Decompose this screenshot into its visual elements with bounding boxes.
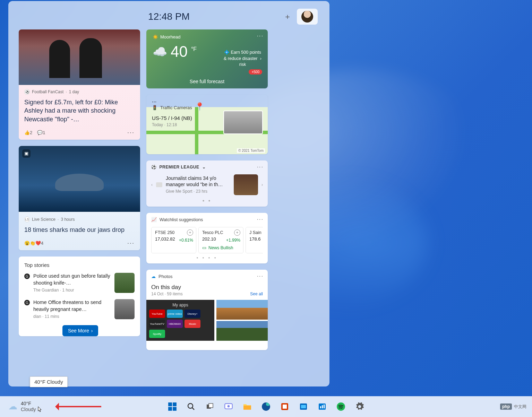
start-button[interactable] — [165, 399, 180, 414]
story-headline: Police used stun gun before fatally shoo… — [33, 273, 111, 286]
widget-more-button[interactable]: ··· — [152, 99, 262, 105]
search-button[interactable] — [183, 399, 199, 414]
file-explorer-button[interactable] — [240, 399, 255, 414]
weather-location: Moorhead — [160, 34, 181, 40]
widget-more-button[interactable]: ··· — [257, 164, 264, 170]
next-button[interactable]: › — [261, 182, 263, 187]
watchlist-item[interactable]: J Sain 178.6 — [246, 227, 263, 253]
svg-point-9 — [228, 405, 230, 408]
watchlist-widget[interactable]: ··· 📈Watchlist suggestions + FTSE 250 17… — [146, 213, 268, 263]
svg-rect-1 — [173, 402, 177, 406]
widgets-panel: 12:48 PM ＋ ⚽ Football FanCast · 1 day Si… — [8, 1, 329, 386]
news-card-1[interactable]: ⚽ Football FanCast · 1 day Signed for £5… — [19, 29, 140, 140]
watermark-brand: php — [500, 403, 512, 410]
taskbar: ☁ 40°F Cloudy — [0, 396, 532, 417]
task-view-button[interactable] — [202, 399, 217, 414]
source-age: 1 day — [69, 89, 79, 94]
taskbar-weather-cond: Cloudy — [21, 407, 36, 412]
source-icon: G — [24, 273, 30, 279]
see-forecast-link[interactable]: See full forecast — [146, 79, 268, 84]
sports-widget[interactable]: ··· ⚽ PREMIER LEAGUE ⌄ ‹ Journalist clai… — [146, 160, 268, 207]
comment-button[interactable]: 💬1 — [37, 130, 45, 135]
photos-widget[interactable]: ··· ☁Photos On this day 14 Oct · 59 item… — [146, 270, 268, 350]
taskbar-weather-button[interactable]: ☁ 40°F Cloudy — [8, 401, 42, 413]
taskbar-watermark: php 中文网 — [500, 403, 526, 410]
avatar-icon — [301, 11, 313, 23]
chevron-down-icon[interactable]: ⌄ — [202, 165, 206, 170]
carousel-dots[interactable]: ● ● ● ● — [151, 256, 263, 259]
gallery-icon: ▣ — [22, 149, 31, 158]
carousel-dots[interactable]: ● ● — [151, 199, 263, 202]
story-thumb — [114, 299, 135, 319]
widget-more-button[interactable]: ··· — [257, 273, 264, 279]
photo-thumb[interactable] — [216, 300, 268, 320]
source-icon: LS — [24, 217, 30, 222]
add-stock-button[interactable]: + — [234, 229, 240, 236]
svg-rect-0 — [168, 402, 172, 406]
news-card-2[interactable]: ▣ LS Live Science · 3 hours 18 times sha… — [19, 146, 140, 250]
traffic-widget[interactable]: 📍 © 2021 TomTom ··· 🚦Traffic Cameras US-… — [146, 95, 268, 154]
app-button-3[interactable] — [315, 399, 330, 414]
widget-more-button[interactable]: ··· — [257, 216, 264, 223]
chevron-right-icon: › — [260, 56, 261, 61]
annotation-arrow — [56, 406, 101, 407]
watchlist-item[interactable]: + FTSE 250 17,032.82 +0.61% — [151, 227, 196, 253]
app-tile[interactable]: Music — [185, 320, 200, 328]
app-tile[interactable]: YouTubeTV — [149, 320, 165, 328]
svg-line-5 — [192, 408, 194, 410]
top-story-item[interactable]: G Police used stun gun before fatally sh… — [24, 273, 135, 293]
svg-point-4 — [188, 403, 193, 408]
taskbar-weather-temp: 40°F — [21, 401, 42, 407]
like-button[interactable]: 👍2 — [24, 130, 32, 135]
chevron-right-icon: › — [91, 328, 93, 333]
widget-more-button[interactable]: ··· — [257, 33, 264, 39]
weather-widget[interactable]: ··· ☀️Moorhead ☁️ 40 °F 💠 Earn 500 point… — [146, 29, 268, 88]
see-all-link[interactable]: See all — [250, 292, 263, 296]
add-stock-button[interactable]: + — [187, 229, 193, 236]
svg-point-11 — [262, 402, 270, 411]
news-card-1-headline: Signed for £5.7m, left for £0: Mike Ashl… — [24, 98, 135, 123]
photos-heading: On this day — [151, 284, 263, 291]
card-more-button[interactable]: ··· — [127, 129, 135, 136]
edge-button[interactable] — [258, 399, 274, 414]
see-more-button[interactable]: See More › — [62, 325, 98, 336]
news-card-2-source: LS Live Science · 3 hours — [24, 217, 135, 222]
sports-thumb — [234, 174, 258, 195]
photo-thumb[interactable] — [216, 321, 268, 341]
stocks-icon: 📈 — [151, 217, 157, 222]
app-button-2[interactable] — [296, 399, 311, 414]
points-badge: +500 — [249, 69, 262, 75]
app-tile[interactable]: prime video — [167, 310, 183, 318]
reactions-display[interactable]: 😮👏❤️4 — [24, 241, 43, 246]
top-story-item[interactable]: G Home Office threatens to send heavily … — [24, 299, 135, 319]
app-tile[interactable]: YouTube — [149, 310, 165, 318]
settings-button[interactable] — [352, 399, 367, 414]
app-tile[interactable]: Spotify — [149, 330, 165, 338]
taskbar-center — [165, 399, 367, 414]
app-button-1[interactable] — [277, 399, 292, 414]
weather-promo[interactable]: 💠 Earn 500 points & reduce disaster › ri… — [224, 50, 261, 68]
app-tile[interactable]: Disney+ — [185, 310, 200, 318]
weather-temp: 40 — [171, 43, 188, 60]
source-icon: ⚽ — [24, 89, 30, 95]
onedrive-icon: ☁ — [151, 274, 156, 279]
svg-rect-3 — [173, 407, 177, 411]
add-widget-button[interactable]: ＋ — [282, 11, 293, 23]
prev-button[interactable]: ‹ — [151, 182, 153, 187]
watchlist-item[interactable]: + Tesco PLC 202.10 +1.99% ▭News Bullish — [198, 227, 243, 253]
svg-rect-10 — [243, 406, 251, 410]
profile-avatar-button[interactable] — [297, 9, 318, 25]
source-name: Football FanCast — [32, 89, 63, 94]
news-icon: ▭ — [202, 245, 206, 250]
weather-unit: °F — [191, 46, 197, 52]
app-tile[interactable]: HBOMAX — [167, 320, 183, 328]
top-stories-title: Top stories — [24, 262, 135, 268]
cloud-icon: ☁ — [8, 401, 17, 412]
photos-title: Photos — [158, 274, 172, 279]
card-more-button[interactable]: ··· — [127, 240, 135, 247]
chat-button[interactable] — [221, 399, 236, 414]
news-card-2-image: ▣ — [19, 146, 140, 212]
news-icon — [156, 182, 162, 187]
traffic-meta: Today · 12:18 — [152, 122, 262, 127]
spotify-button[interactable] — [333, 399, 349, 414]
